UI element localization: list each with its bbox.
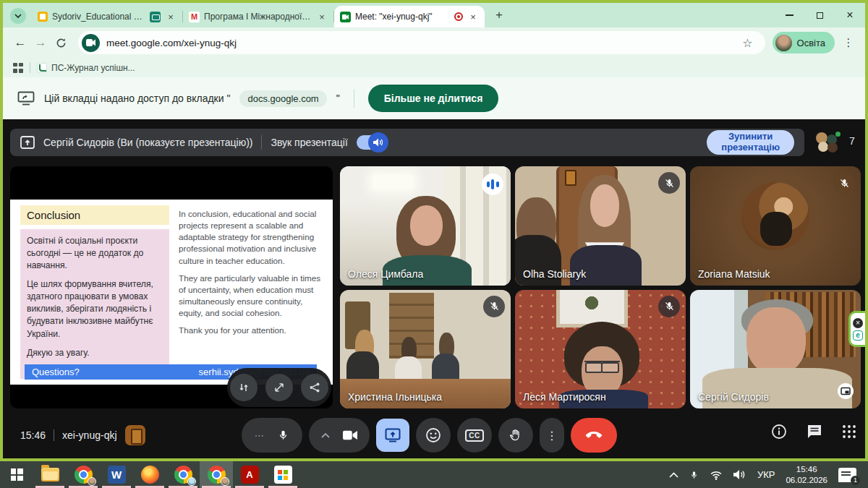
taskbar-firefox[interactable] bbox=[133, 461, 166, 488]
acrobat-icon: A bbox=[241, 466, 259, 484]
windows-logo-icon bbox=[11, 468, 23, 481]
stop-presenting-button[interactable]: Зупинити презентацію bbox=[707, 130, 794, 155]
video-tile-olha[interactable]: Olha Stoliaryk bbox=[515, 166, 686, 286]
forward-button[interactable]: → bbox=[30, 33, 51, 53]
participant-name: Сергій Сидорів bbox=[698, 391, 769, 403]
word-icon: W bbox=[108, 466, 126, 484]
banner-text-before: Цій вкладці надано доступ до вкладки " bbox=[44, 93, 230, 104]
slide-left-text: Освітні й соціальні проєкти сьогодні — ц… bbox=[20, 229, 169, 379]
taskbar-chrome-active[interactable] bbox=[200, 461, 233, 488]
meet-bottom-bar: 15:46 xei-ynug-qkj ⋯ bbox=[3, 412, 865, 458]
meeting-time: 15:46 bbox=[20, 429, 46, 441]
reactions-button[interactable] bbox=[416, 418, 451, 453]
window-controls: × bbox=[774, 3, 865, 27]
gmail-icon: M bbox=[189, 12, 200, 22]
tab-close-icon[interactable]: × bbox=[316, 11, 328, 22]
call-controls: ⋯ CC bbox=[242, 418, 617, 453]
camera-control[interactable] bbox=[309, 418, 370, 453]
slide-heading: Conclusion bbox=[20, 205, 169, 225]
profile-chip[interactable]: Освіта bbox=[773, 32, 835, 53]
restore-icon bbox=[817, 12, 823, 19]
share-icon bbox=[309, 382, 320, 393]
taskbar-file-explorer[interactable] bbox=[33, 461, 67, 488]
taskbar-clock[interactable]: 15:46 06.02.2026 bbox=[786, 464, 827, 486]
notification-badge: 1 bbox=[851, 476, 860, 485]
browser-menu-button[interactable]: ⋮ bbox=[839, 33, 858, 52]
participants-count[interactable]: 7 bbox=[849, 135, 855, 147]
end-call-button[interactable] bbox=[571, 418, 617, 453]
chat-icon[interactable] bbox=[807, 424, 822, 440]
taskbar-chrome-2[interactable] bbox=[166, 461, 200, 488]
raise-hand-icon bbox=[509, 428, 523, 442]
taskbar-chrome-1[interactable] bbox=[67, 461, 100, 488]
picture-in-picture-icon[interactable] bbox=[838, 383, 854, 402]
taskbar-acrobat[interactable]: A bbox=[233, 461, 266, 488]
video-tile-lesya[interactable]: Леся Мартиросян bbox=[515, 290, 686, 409]
tab-label: Sydoriv_Educational and So bbox=[52, 12, 145, 22]
participant-name: Олеся Цимбала bbox=[348, 268, 423, 280]
scroll-tile-button[interactable] bbox=[230, 374, 258, 401]
video-tile-khrystyna[interactable]: Христина Ільницька bbox=[340, 290, 511, 409]
presentation-slide-tile[interactable]: Conclusion Освітні й соціальні проєкти с… bbox=[10, 166, 333, 408]
camera-icon bbox=[343, 429, 357, 441]
bookmark-item[interactable]: ПС-Журнал успішн... bbox=[37, 63, 135, 73]
video-tile-olesya[interactable]: Олеся Цимбала bbox=[340, 166, 511, 286]
minimize-icon bbox=[786, 14, 793, 16]
eset-edge-widget[interactable]: × e bbox=[848, 311, 865, 347]
tab-close-icon[interactable]: × bbox=[467, 11, 479, 22]
tab-sharing-banner: Цій вкладці надано доступ до вкладки " d… bbox=[3, 77, 865, 119]
share-tile-button[interactable] bbox=[301, 374, 328, 401]
windows-taskbar: W A УКР 15:46 06.02.2026 1 bbox=[0, 461, 868, 488]
tab-close-icon[interactable]: × bbox=[165, 11, 176, 22]
window-close-button[interactable]: × bbox=[835, 3, 865, 27]
fullscreen-tile-button[interactable] bbox=[265, 374, 293, 401]
present-now-button-active[interactable] bbox=[376, 419, 409, 452]
tray-chevron-up-icon[interactable] bbox=[669, 472, 678, 478]
tab-gmail[interactable]: M Програма І Міжнародної наук × bbox=[183, 6, 333, 27]
reload-button[interactable] bbox=[51, 33, 71, 53]
captions-button[interactable]: CC bbox=[457, 418, 492, 453]
wifi-icon[interactable] bbox=[710, 470, 723, 480]
video-tile-serhii[interactable]: Сергій Сидорів bbox=[690, 290, 861, 409]
mic-control[interactable]: ⋯ bbox=[242, 418, 302, 453]
audio-options-icon[interactable]: ⋯ bbox=[255, 430, 265, 441]
new-tab-button[interactable]: + bbox=[489, 5, 509, 25]
present-screen-icon bbox=[385, 428, 401, 442]
browser-window: Sydoriv_Educational and So × M Програма … bbox=[3, 3, 865, 458]
chevron-up-icon[interactable] bbox=[321, 432, 330, 438]
presentation-sound-toggle[interactable] bbox=[357, 135, 387, 150]
back-button[interactable]: ← bbox=[10, 33, 30, 53]
window-restore-button[interactable] bbox=[804, 3, 835, 27]
tab-sharing-icon bbox=[150, 12, 161, 22]
profile-avatar bbox=[775, 35, 792, 51]
stop-sharing-button[interactable]: Більше не ділитися bbox=[368, 85, 499, 112]
profile-badge bbox=[221, 477, 229, 486]
tab-docs[interactable]: Sydoriv_Educational and So × bbox=[32, 6, 182, 27]
bookmark-star-icon[interactable]: ☆ bbox=[742, 36, 752, 50]
recording-indicator-icon bbox=[454, 12, 463, 21]
tab-meet-active[interactable]: Meet: "xei-ynug-qkj" × bbox=[334, 6, 485, 27]
eset-close-icon[interactable]: × bbox=[853, 318, 863, 328]
language-indicator[interactable]: УКР bbox=[757, 469, 775, 480]
window-minimize-button[interactable] bbox=[774, 3, 804, 27]
slide-content: Conclusion Освітні й соціальні проєкти с… bbox=[10, 200, 333, 385]
taskbar-word[interactable]: W bbox=[100, 461, 133, 488]
info-icon[interactable] bbox=[771, 424, 787, 440]
reload-icon bbox=[56, 38, 67, 48]
participants-avatars[interactable] bbox=[816, 132, 842, 153]
activities-grid-icon[interactable] bbox=[842, 424, 856, 439]
url-bar[interactable]: meet.google.com/xei-ynug-qkj ☆ bbox=[78, 31, 765, 54]
raise-hand-button[interactable] bbox=[498, 418, 533, 453]
notification-center-icon[interactable]: 1 bbox=[838, 468, 856, 482]
meet-camera-icon bbox=[82, 34, 100, 52]
url-text[interactable]: meet.google.com/xei-ynug-qkj bbox=[106, 38, 237, 48]
video-tile-zoriana[interactable]: Zoriana Matsiuk bbox=[690, 166, 861, 286]
more-options-button[interactable]: ⋮ bbox=[540, 418, 564, 453]
taskbar-store[interactable] bbox=[266, 461, 299, 488]
cc-icon: CC bbox=[465, 429, 483, 442]
apps-grid-icon[interactable] bbox=[13, 63, 23, 73]
tray-mic-icon[interactable] bbox=[689, 468, 699, 481]
volume-icon[interactable] bbox=[733, 469, 746, 480]
start-button[interactable] bbox=[0, 461, 33, 488]
tab-search-button[interactable] bbox=[10, 8, 26, 24]
